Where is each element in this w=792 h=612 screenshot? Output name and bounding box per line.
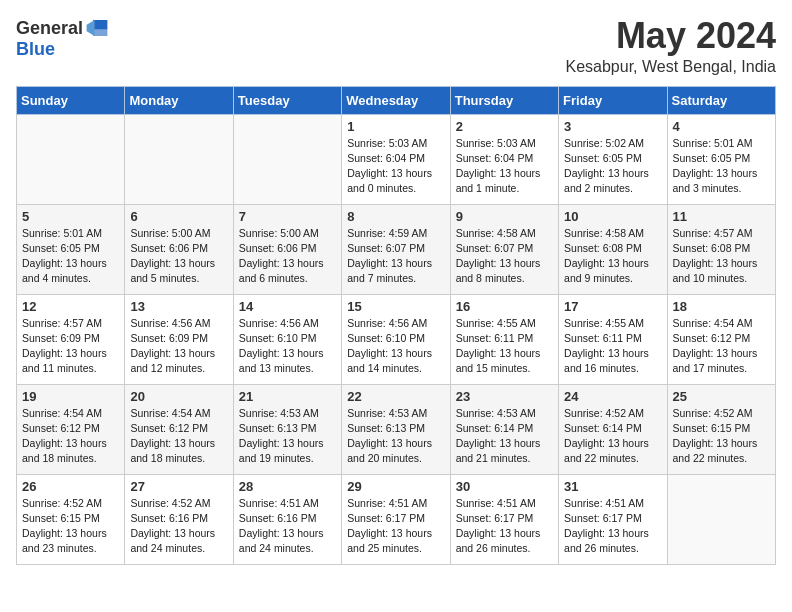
day-number: 18 <box>673 299 770 314</box>
day-info: Sunrise: 4:54 AM Sunset: 6:12 PM Dayligh… <box>673 316 770 377</box>
logo-blue: Blue <box>16 39 55 59</box>
day-info: Sunrise: 4:56 AM Sunset: 6:10 PM Dayligh… <box>239 316 336 377</box>
calendar-week-row: 1Sunrise: 5:03 AM Sunset: 6:04 PM Daylig… <box>17 114 776 204</box>
calendar-cell: 6Sunrise: 5:00 AM Sunset: 6:06 PM Daylig… <box>125 204 233 294</box>
calendar-cell <box>17 114 125 204</box>
day-info: Sunrise: 4:58 AM Sunset: 6:08 PM Dayligh… <box>564 226 661 287</box>
day-info: Sunrise: 5:01 AM Sunset: 6:05 PM Dayligh… <box>22 226 119 287</box>
day-number: 1 <box>347 119 444 134</box>
day-number: 26 <box>22 479 119 494</box>
svg-marker-2 <box>87 20 95 36</box>
day-number: 4 <box>673 119 770 134</box>
calendar-cell: 17Sunrise: 4:55 AM Sunset: 6:11 PM Dayli… <box>559 294 667 384</box>
day-number: 16 <box>456 299 553 314</box>
day-info: Sunrise: 4:58 AM Sunset: 6:07 PM Dayligh… <box>456 226 553 287</box>
day-info: Sunrise: 4:55 AM Sunset: 6:11 PM Dayligh… <box>564 316 661 377</box>
day-info: Sunrise: 4:52 AM Sunset: 6:15 PM Dayligh… <box>22 496 119 557</box>
logo-general: General <box>16 19 83 37</box>
calendar-cell: 27Sunrise: 4:52 AM Sunset: 6:16 PM Dayli… <box>125 474 233 564</box>
calendar-header-thursday: Thursday <box>450 86 558 114</box>
calendar-week-row: 12Sunrise: 4:57 AM Sunset: 6:09 PM Dayli… <box>17 294 776 384</box>
day-number: 3 <box>564 119 661 134</box>
day-info: Sunrise: 4:53 AM Sunset: 6:14 PM Dayligh… <box>456 406 553 467</box>
calendar-cell <box>233 114 341 204</box>
calendar-cell: 15Sunrise: 4:56 AM Sunset: 6:10 PM Dayli… <box>342 294 450 384</box>
calendar-cell: 25Sunrise: 4:52 AM Sunset: 6:15 PM Dayli… <box>667 384 775 474</box>
calendar-table: SundayMondayTuesdayWednesdayThursdayFrid… <box>16 86 776 565</box>
day-info: Sunrise: 5:00 AM Sunset: 6:06 PM Dayligh… <box>130 226 227 287</box>
day-number: 23 <box>456 389 553 404</box>
day-info: Sunrise: 4:56 AM Sunset: 6:09 PM Dayligh… <box>130 316 227 377</box>
day-info: Sunrise: 4:52 AM Sunset: 6:15 PM Dayligh… <box>673 406 770 467</box>
day-number: 2 <box>456 119 553 134</box>
calendar-header-wednesday: Wednesday <box>342 86 450 114</box>
calendar-week-row: 19Sunrise: 4:54 AM Sunset: 6:12 PM Dayli… <box>17 384 776 474</box>
calendar-header-sunday: Sunday <box>17 86 125 114</box>
day-info: Sunrise: 5:00 AM Sunset: 6:06 PM Dayligh… <box>239 226 336 287</box>
calendar-cell: 22Sunrise: 4:53 AM Sunset: 6:13 PM Dayli… <box>342 384 450 474</box>
day-info: Sunrise: 5:01 AM Sunset: 6:05 PM Dayligh… <box>673 136 770 197</box>
day-info: Sunrise: 4:56 AM Sunset: 6:10 PM Dayligh… <box>347 316 444 377</box>
calendar-cell: 16Sunrise: 4:55 AM Sunset: 6:11 PM Dayli… <box>450 294 558 384</box>
title-area: May 2024 Kesabpur, West Bengal, India <box>565 16 776 76</box>
calendar-header-row: SundayMondayTuesdayWednesdayThursdayFrid… <box>17 86 776 114</box>
calendar-cell: 3Sunrise: 5:02 AM Sunset: 6:05 PM Daylig… <box>559 114 667 204</box>
day-info: Sunrise: 5:03 AM Sunset: 6:04 PM Dayligh… <box>347 136 444 197</box>
calendar-cell: 29Sunrise: 4:51 AM Sunset: 6:17 PM Dayli… <box>342 474 450 564</box>
calendar-cell: 4Sunrise: 5:01 AM Sunset: 6:05 PM Daylig… <box>667 114 775 204</box>
calendar-cell <box>125 114 233 204</box>
day-number: 29 <box>347 479 444 494</box>
header: General Blue May 2024 Kesabpur, West Ben… <box>16 16 776 76</box>
calendar-cell: 20Sunrise: 4:54 AM Sunset: 6:12 PM Dayli… <box>125 384 233 474</box>
day-info: Sunrise: 4:51 AM Sunset: 6:17 PM Dayligh… <box>564 496 661 557</box>
day-info: Sunrise: 4:53 AM Sunset: 6:13 PM Dayligh… <box>347 406 444 467</box>
calendar-cell: 2Sunrise: 5:03 AM Sunset: 6:04 PM Daylig… <box>450 114 558 204</box>
calendar-cell <box>667 474 775 564</box>
day-number: 14 <box>239 299 336 314</box>
calendar-cell: 31Sunrise: 4:51 AM Sunset: 6:17 PM Dayli… <box>559 474 667 564</box>
calendar-cell: 10Sunrise: 4:58 AM Sunset: 6:08 PM Dayli… <box>559 204 667 294</box>
calendar-week-row: 26Sunrise: 4:52 AM Sunset: 6:15 PM Dayli… <box>17 474 776 564</box>
svg-marker-1 <box>93 30 107 36</box>
day-number: 8 <box>347 209 444 224</box>
day-number: 20 <box>130 389 227 404</box>
day-number: 25 <box>673 389 770 404</box>
logo-icon <box>85 16 109 40</box>
calendar-cell: 23Sunrise: 4:53 AM Sunset: 6:14 PM Dayli… <box>450 384 558 474</box>
calendar-header-friday: Friday <box>559 86 667 114</box>
day-number: 22 <box>347 389 444 404</box>
day-info: Sunrise: 4:53 AM Sunset: 6:13 PM Dayligh… <box>239 406 336 467</box>
calendar-cell: 28Sunrise: 4:51 AM Sunset: 6:16 PM Dayli… <box>233 474 341 564</box>
calendar-cell: 26Sunrise: 4:52 AM Sunset: 6:15 PM Dayli… <box>17 474 125 564</box>
calendar-cell: 9Sunrise: 4:58 AM Sunset: 6:07 PM Daylig… <box>450 204 558 294</box>
day-number: 9 <box>456 209 553 224</box>
logo: General Blue <box>16 16 109 59</box>
day-number: 13 <box>130 299 227 314</box>
day-number: 19 <box>22 389 119 404</box>
day-number: 15 <box>347 299 444 314</box>
calendar-cell: 24Sunrise: 4:52 AM Sunset: 6:14 PM Dayli… <box>559 384 667 474</box>
day-number: 28 <box>239 479 336 494</box>
calendar-week-row: 5Sunrise: 5:01 AM Sunset: 6:05 PM Daylig… <box>17 204 776 294</box>
day-info: Sunrise: 4:52 AM Sunset: 6:16 PM Dayligh… <box>130 496 227 557</box>
day-number: 12 <box>22 299 119 314</box>
day-number: 6 <box>130 209 227 224</box>
calendar-body: 1Sunrise: 5:03 AM Sunset: 6:04 PM Daylig… <box>17 114 776 564</box>
day-number: 5 <box>22 209 119 224</box>
day-info: Sunrise: 4:51 AM Sunset: 6:16 PM Dayligh… <box>239 496 336 557</box>
day-info: Sunrise: 4:52 AM Sunset: 6:14 PM Dayligh… <box>564 406 661 467</box>
day-info: Sunrise: 4:59 AM Sunset: 6:07 PM Dayligh… <box>347 226 444 287</box>
calendar-cell: 19Sunrise: 4:54 AM Sunset: 6:12 PM Dayli… <box>17 384 125 474</box>
day-info: Sunrise: 4:51 AM Sunset: 6:17 PM Dayligh… <box>347 496 444 557</box>
day-number: 24 <box>564 389 661 404</box>
day-number: 17 <box>564 299 661 314</box>
day-info: Sunrise: 4:51 AM Sunset: 6:17 PM Dayligh… <box>456 496 553 557</box>
calendar-cell: 1Sunrise: 5:03 AM Sunset: 6:04 PM Daylig… <box>342 114 450 204</box>
calendar-cell: 8Sunrise: 4:59 AM Sunset: 6:07 PM Daylig… <box>342 204 450 294</box>
day-number: 27 <box>130 479 227 494</box>
calendar-header-saturday: Saturday <box>667 86 775 114</box>
calendar-cell: 5Sunrise: 5:01 AM Sunset: 6:05 PM Daylig… <box>17 204 125 294</box>
day-number: 11 <box>673 209 770 224</box>
calendar-cell: 30Sunrise: 4:51 AM Sunset: 6:17 PM Dayli… <box>450 474 558 564</box>
day-info: Sunrise: 4:57 AM Sunset: 6:09 PM Dayligh… <box>22 316 119 377</box>
